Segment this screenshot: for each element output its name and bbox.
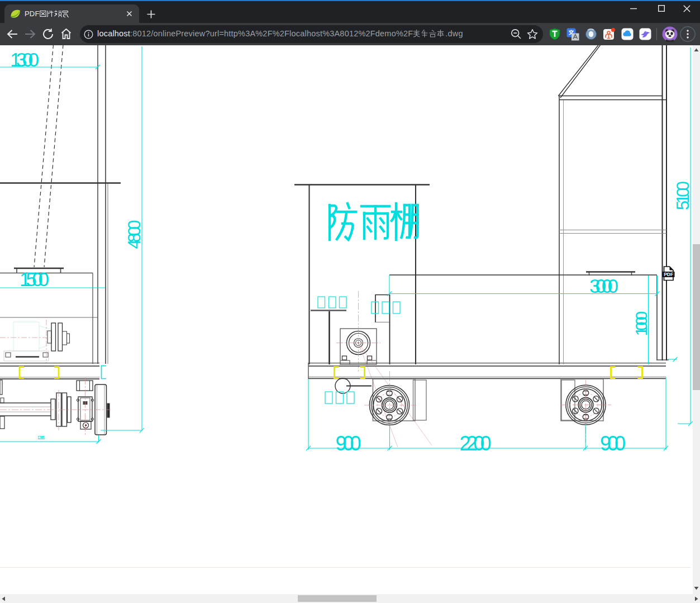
svg-text:5100: 5100: [673, 181, 693, 210]
svg-text:900: 900: [600, 432, 626, 455]
svg-text:1385: 1385: [37, 435, 45, 440]
svg-text:1000: 1000: [632, 311, 650, 336]
svg-text:4800: 4800: [125, 220, 144, 249]
svg-text:2200: 2200: [460, 432, 492, 455]
svg-text:900: 900: [336, 432, 361, 455]
svg-text:1300: 1300: [10, 49, 39, 70]
svg-text:PDF: PDF: [664, 272, 673, 277]
svg-text:3000: 3000: [589, 275, 618, 297]
svg-text:1500: 1500: [20, 268, 49, 290]
